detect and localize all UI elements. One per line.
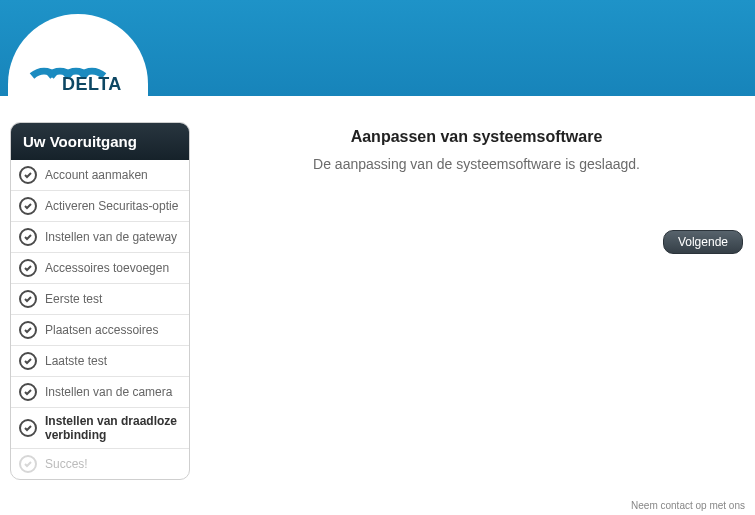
progress-step-label: Laatste test (45, 354, 107, 368)
check-circle-icon (19, 352, 37, 370)
progress-step: Laatste test (11, 345, 189, 376)
header-banner: DELTA (0, 0, 755, 96)
main-panel: Aanpassen van systeemsoftware De aanpass… (190, 122, 743, 172)
logo-container: DELTA (8, 14, 148, 122)
check-circle-icon (19, 197, 37, 215)
progress-step-label: Account aanmaken (45, 168, 148, 182)
footer-contact-link[interactable]: Neem contact op met ons (631, 500, 745, 511)
progress-step: Accessoires toevoegen (11, 252, 189, 283)
progress-step-label: Eerste test (45, 292, 102, 306)
progress-step: Succes! (11, 448, 189, 479)
page-title: Aanpassen van systeemsoftware (220, 128, 733, 146)
progress-step-label: Succes! (45, 457, 88, 471)
next-button[interactable]: Volgende (663, 230, 743, 254)
progress-step-label: Plaatsen accessoires (45, 323, 158, 337)
progress-step: Account aanmaken (11, 160, 189, 190)
progress-step: Instellen van de gateway (11, 221, 189, 252)
status-message: De aanpassing van de systeemsoftware is … (220, 156, 733, 172)
progress-step: Instellen van de camera (11, 376, 189, 407)
progress-step: Activeren Securitas-optie (11, 190, 189, 221)
sidebar-title: Uw Vooruitgang (11, 123, 189, 160)
check-circle-icon (19, 455, 37, 473)
progress-step: Eerste test (11, 283, 189, 314)
progress-step-label: Accessoires toevoegen (45, 261, 169, 275)
check-circle-icon (19, 419, 37, 437)
check-circle-icon (19, 290, 37, 308)
progress-sidebar: Uw Vooruitgang Account aanmakenActiveren… (10, 122, 190, 480)
progress-step-label: Activeren Securitas-optie (45, 199, 178, 213)
progress-step-label: Instellen van de camera (45, 385, 172, 399)
progress-step: Instellen van draadloze verbinding (11, 407, 189, 448)
check-circle-icon (19, 228, 37, 246)
check-circle-icon (19, 166, 37, 184)
check-circle-icon (19, 383, 37, 401)
progress-step: Plaatsen accessoires (11, 314, 189, 345)
brand-name: DELTA (62, 74, 122, 95)
check-circle-icon (19, 259, 37, 277)
progress-step-label: Instellen van draadloze verbinding (45, 414, 179, 442)
check-circle-icon (19, 321, 37, 339)
progress-step-label: Instellen van de gateway (45, 230, 177, 244)
